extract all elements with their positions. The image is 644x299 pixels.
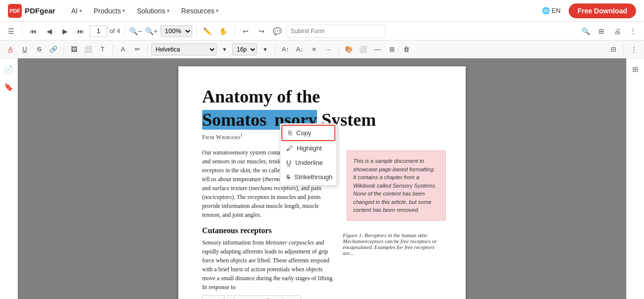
crop-button[interactable]: ⊞ [594,24,608,38]
context-menu-copy[interactable]: ⎘ Copy [281,125,335,141]
copy-icon: ⎘ [288,129,292,137]
divider [196,26,197,36]
page-total: of 4 [109,27,120,35]
sidebar-pages-icon[interactable]: 📄 [2,62,16,76]
divider [275,45,275,54]
shape-button[interactable]: ⬜ [82,43,95,56]
zoom-level-select[interactable]: 100% 75% 125% 150% [161,25,192,37]
divider [112,45,113,54]
sidebar-icons: 📄 🔖 [0,58,18,299]
context-menu: ⎘ Copy 🖊 Highlight U̲ Underline S̶ Strik… [280,123,337,186]
app-name: PDFgear [25,6,55,15]
nav-products[interactable]: Products ▾ [90,5,129,17]
nav-solutions[interactable]: Solutions ▾ [133,5,173,17]
divider [234,26,235,36]
page-number-input[interactable] [90,25,107,37]
pdf-title-somatosensory-start: Somatosens [202,110,291,130]
print-button[interactable]: 🖨 [610,24,624,38]
delete-button[interactable]: 🗑 [400,43,413,56]
nav-resources[interactable]: Resources ▾ [177,5,222,17]
strikethrough-icon: S̶ [286,173,290,181]
font-family-select[interactable]: Helvetica Arial Times New Roman [151,44,216,55]
text-box-button[interactable]: T [96,43,109,56]
logo-area[interactable]: PDF PDFgear [8,4,55,18]
toolbar-formatting: A U S 🔗 🖼 ⬜ T A ✏ Helvetica Arial Times … [0,41,644,58]
pdf-section-cutaneous: Cutaneous receptors [202,226,335,235]
chevron-down-icon: ▾ [167,8,169,13]
sidebar-bookmarks-icon[interactable]: 🔖 [2,80,16,94]
divider [338,45,339,54]
font-size-select[interactable]: 16px 12px 14px 18px 24px [232,44,257,55]
submit-form-input[interactable] [286,25,385,38]
last-page-button[interactable]: ⏭ [74,24,88,38]
right-panel-toggle[interactable]: ⊞ [629,62,643,76]
underline-icon: U̲ [286,159,291,166]
more-options-icon[interactable]: ⋮ [627,43,640,56]
text-color-button[interactable]: A [4,43,17,56]
more-options-button[interactable]: ⋮ [626,24,640,38]
pdf-page: Anatomy of the Somatosensory System From… [178,66,466,299]
link-button[interactable]: 🔗 [47,43,60,56]
next-page-button[interactable]: ▶ [58,24,72,38]
text-down-button[interactable]: A↓ [293,43,306,56]
search-button[interactable]: 🔍 [579,24,592,38]
pdf-title-line1: Anatomy of the [202,86,442,107]
pen-button[interactable]: ✏ [131,43,144,56]
border-button[interactable]: ⬜ [357,43,370,56]
fill-color-button[interactable]: 🎨 [342,43,355,56]
redo-button[interactable]: ↪ [255,24,268,38]
sidebar-toggle-button[interactable]: ☰ [4,24,18,38]
divider [147,45,148,54]
image-button[interactable]: 🖼 [67,43,80,56]
context-menu-strikethrough[interactable]: S̶ Strikethrough [280,170,336,184]
divider [22,26,22,36]
pan-tool-button[interactable]: ✋ [216,24,230,38]
divider [623,45,624,54]
annotation-mode-button[interactable]: ✏️ [201,24,215,38]
line-style-button[interactable]: — [371,43,384,56]
pdf-cutaneous-body: Sensory information from Meissner corpus… [202,238,335,292]
zoom-in-button[interactable]: 🔍+ [145,24,159,38]
toolbar-navigation: ☰ ⏮ ◀ ▶ ⏭ of 4 🔍− 🔍+ 100% 75% 125% 150% … [0,22,644,41]
highlight-color-button[interactable]: A [116,43,129,56]
chevron-down-icon: ▾ [216,8,218,13]
pdf-viewer[interactable]: Anatomy of the Somatosensory System From… [18,58,626,299]
zoom-out-button[interactable]: 🔍− [129,24,143,38]
pdf-figure-caption: Figure 1: Receptors in the human skin: M… [343,232,442,256]
divider [63,45,64,54]
chevron-down-icon[interactable]: ▾ [218,43,231,56]
right-sidebar: ⊞ [626,58,644,299]
context-menu-underline[interactable]: U̲ Underline [280,155,336,170]
expand-panel-button[interactable]: ⊟ [607,43,620,56]
prev-page-button[interactable]: ◀ [42,24,56,38]
undo-button[interactable]: ↩ [239,24,253,38]
grid-button[interactable]: ⊞ [385,43,398,56]
align-button[interactable]: ≡ [308,43,321,56]
divider [124,26,125,36]
highlight-icon: 🖊 [286,145,293,152]
globe-icon: 🌐 [542,7,550,14]
language-selector[interactable]: 🌐 EN [542,7,561,14]
figure-svg: Hairy skin Glabrous skin Papillary Ri [202,296,301,299]
context-menu-highlight[interactable]: 🖊 Highlight [280,141,336,155]
nav-ai[interactable]: AI ▾ [67,5,86,17]
first-page-button[interactable]: ⏮ [26,24,40,38]
free-download-button[interactable]: Free Download [569,3,636,18]
figure-area: Hairy skin Glabrous skin Papillary Ri [202,296,335,299]
chevron-down-icon: ▾ [122,8,125,13]
comment-button[interactable]: 💬 [270,24,284,38]
chevron-down-icon[interactable]: ▾ [259,43,271,56]
more-format-button[interactable]: ··· [322,43,335,56]
chevron-down-icon: ▾ [79,8,82,13]
strikethrough-button[interactable]: S [33,43,46,56]
top-navigation: PDF PDFgear AI ▾ Products ▾ Solutions ▾ … [0,0,644,22]
logo-icon: PDF [8,4,22,18]
text-up-button[interactable]: A↑ [279,43,292,56]
underline-button[interactable]: U [18,43,31,56]
pink-note-box: This is a sample document to showcase pa… [347,150,446,221]
main-area: 📄 🔖 Anatomy of the Somatosensory System … [0,58,644,299]
